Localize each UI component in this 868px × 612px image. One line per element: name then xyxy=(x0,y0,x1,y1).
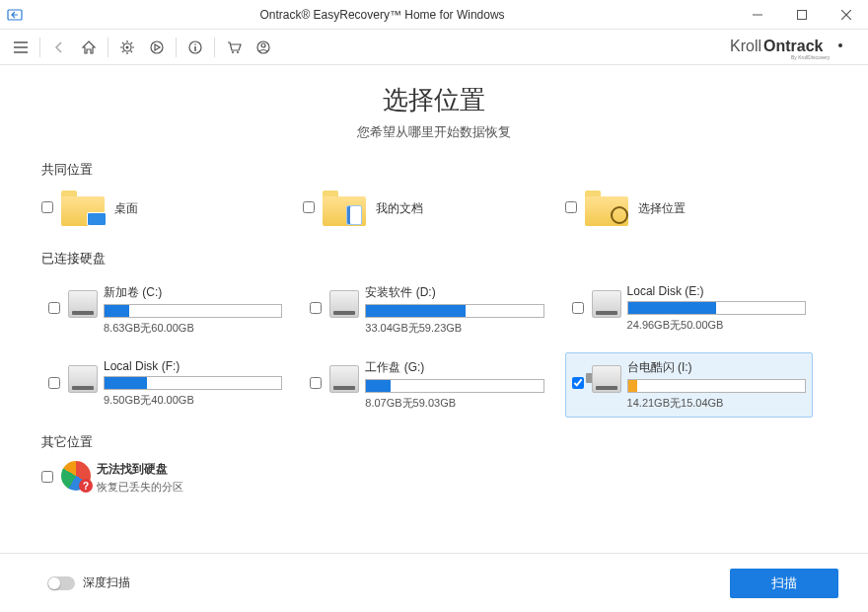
drive-name: 台电酷闪 (I:) xyxy=(627,359,806,376)
checkbox[interactable] xyxy=(41,201,53,216)
drive-usage: 8.63GB无60.00GB xyxy=(104,321,282,336)
maximize-button[interactable] xyxy=(779,0,824,30)
svg-point-23 xyxy=(237,51,239,53)
info-button[interactable] xyxy=(181,34,209,61)
warning-badge-icon: ? xyxy=(79,479,93,493)
home-button[interactable] xyxy=(75,34,103,61)
page-subtitle: 您希望从哪里开始数据恢复 xyxy=(41,123,827,141)
drive-info: 工作盘 (G:)8.07GB无59.03GB xyxy=(365,359,543,411)
section-other-title: 其它位置 xyxy=(41,433,827,451)
hdd-icon xyxy=(592,290,621,318)
svg-point-22 xyxy=(232,51,234,53)
location-desktop[interactable]: 桌面 xyxy=(41,189,289,228)
drive-info: 台电酷闪 (I:)14.21GB无15.04GB xyxy=(627,359,806,411)
checkbox[interactable] xyxy=(572,302,584,317)
usage-bar xyxy=(104,304,282,318)
other-title: 无法找到硬盘 xyxy=(97,461,183,478)
drive-item[interactable]: 工作盘 (G:)8.07GB无59.03GB xyxy=(303,352,550,418)
drive-item[interactable]: Local Disk (F:)9.50GB无40.00GB xyxy=(41,352,289,415)
svg-point-18 xyxy=(151,41,163,53)
drive-usage: 33.04GB无59.23GB xyxy=(365,321,543,336)
drive-item[interactable]: 新加卷 (C:)8.63GB无60.00GB xyxy=(41,277,289,343)
scan-button[interactable]: 扫描 xyxy=(730,569,838,598)
checkbox[interactable] xyxy=(565,201,577,216)
close-button[interactable] xyxy=(824,0,868,30)
checkbox[interactable] xyxy=(41,471,53,486)
drive-usage: 9.50GB无40.00GB xyxy=(104,393,282,408)
usage-bar xyxy=(365,304,543,318)
location-browse[interactable]: 选择位置 xyxy=(565,189,813,228)
location-documents[interactable]: 我的文档 xyxy=(303,189,550,228)
drive-item[interactable]: 台电酷闪 (I:)14.21GB无15.04GB xyxy=(565,352,813,418)
usage-bar xyxy=(627,379,806,393)
hdd-icon xyxy=(329,290,359,318)
drive-name: 新加卷 (C:) xyxy=(104,284,282,301)
partition-pie-icon: ? xyxy=(61,461,91,491)
folder-browse-icon xyxy=(585,189,632,228)
drive-row: Local Disk (F:)9.50GB无40.00GB工作盘 (G:)8.0… xyxy=(41,352,827,418)
drive-item[interactable]: 安装软件 (D:)33.04GB无59.23GB xyxy=(303,277,550,343)
checkbox[interactable] xyxy=(310,377,322,392)
drive-info: 新加卷 (C:)8.63GB无60.00GB xyxy=(104,284,282,336)
svg-point-25 xyxy=(261,43,265,47)
usage-bar xyxy=(627,301,806,315)
location-label: 我的文档 xyxy=(376,200,423,217)
svg-text:Ontrack: Ontrack xyxy=(763,38,824,54)
other-texts: 无法找到硬盘 恢复已丢失的分区 xyxy=(97,461,183,495)
user-button[interactable] xyxy=(250,34,277,61)
svg-line-14 xyxy=(122,42,124,44)
section-drives-title: 已连接硬盘 xyxy=(41,250,827,268)
drive-name: 安装软件 (D:) xyxy=(365,284,543,301)
back-button[interactable] xyxy=(45,34,73,61)
svg-point-28 xyxy=(838,43,842,47)
toolbar: Kroll Ontrack By KrollDiscovery xyxy=(0,30,868,65)
drives-grid: 新加卷 (C:)8.63GB无60.00GB安装软件 (D:)33.04GB无5… xyxy=(41,277,827,418)
svg-text:By KrollDiscovery: By KrollDiscovery xyxy=(791,54,831,60)
svg-text:Kroll: Kroll xyxy=(730,38,761,54)
drive-usage: 8.07GB无59.03GB xyxy=(365,396,543,411)
settings-button[interactable] xyxy=(113,34,141,61)
page-title: 选择位置 xyxy=(41,83,827,117)
location-label: 桌面 xyxy=(114,200,138,217)
location-label: 选择位置 xyxy=(638,200,686,217)
cart-button[interactable] xyxy=(220,34,248,61)
other-recover-partition[interactable]: ? 无法找到硬盘 恢复已丢失的分区 xyxy=(41,461,827,495)
menu-button[interactable] xyxy=(7,34,35,61)
hdd-icon xyxy=(68,365,98,393)
checkbox[interactable] xyxy=(303,201,315,216)
drive-info: Local Disk (E:)24.96GB无50.00GB xyxy=(627,284,806,333)
usage-bar xyxy=(365,379,543,393)
checkbox[interactable] xyxy=(572,377,584,392)
folder-desktop-icon xyxy=(61,189,108,228)
svg-point-20 xyxy=(194,43,196,45)
other-subtitle: 恢复已丢失的分区 xyxy=(97,480,183,495)
hdd-icon xyxy=(329,365,359,393)
usb-drive-icon xyxy=(592,365,621,393)
usage-bar xyxy=(104,376,282,390)
app-icon xyxy=(0,7,30,23)
footer: 深度扫描 扫描 xyxy=(0,553,868,612)
minimize-button[interactable] xyxy=(735,0,779,30)
brand-logo: Kroll Ontrack By KrollDiscovery xyxy=(730,34,862,61)
svg-line-17 xyxy=(131,42,133,44)
hdd-icon xyxy=(68,290,98,318)
common-locations-row: 桌面 我的文档 选择位置 xyxy=(41,189,827,228)
drive-name: 工作盘 (G:) xyxy=(365,359,543,376)
separator xyxy=(214,38,215,57)
checkbox[interactable] xyxy=(48,302,60,317)
checkbox[interactable] xyxy=(310,302,322,317)
drive-item[interactable]: Local Disk (E:)24.96GB无50.00GB xyxy=(565,277,813,340)
content-area: 选择位置 您希望从哪里开始数据恢复 共同位置 桌面 我的文档 选择位置 xyxy=(0,65,868,495)
drive-row: 新加卷 (C:)8.63GB无60.00GB安装软件 (D:)33.04GB无5… xyxy=(41,277,827,343)
drive-usage: 24.96GB无50.00GB xyxy=(627,318,806,333)
titlebar: Ontrack® EasyRecovery™ Home for Windows xyxy=(0,0,868,30)
checkbox[interactable] xyxy=(48,377,60,392)
svg-rect-2 xyxy=(797,10,806,19)
drive-name: Local Disk (E:) xyxy=(627,284,806,298)
deep-scan-label: 深度扫描 xyxy=(83,574,130,591)
window-controls xyxy=(735,0,868,30)
deep-scan-toggle[interactable] xyxy=(47,576,75,590)
drive-name: Local Disk (F:) xyxy=(104,359,282,373)
resume-button[interactable] xyxy=(143,34,171,61)
svg-line-15 xyxy=(131,50,133,52)
